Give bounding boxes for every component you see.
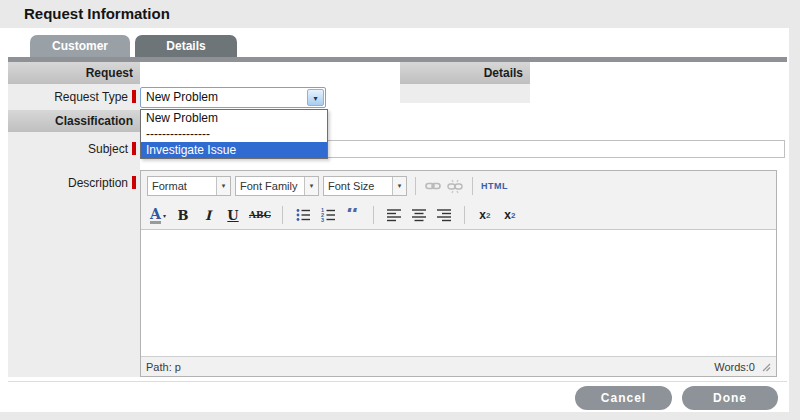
subject-label: Subject xyxy=(8,142,136,156)
window-titlebar: Request Information xyxy=(0,0,800,28)
toolbar-separator xyxy=(415,177,416,195)
required-marker xyxy=(132,90,136,103)
section-header-details: Details xyxy=(400,62,530,84)
description-rich-text-editor: Format ▾ Font Family ▾ Font Size ▾ HTML … xyxy=(140,170,777,377)
bullet-list-icon[interactable] xyxy=(294,206,312,224)
font-family-select[interactable]: Font Family ▾ xyxy=(235,176,319,196)
editor-status-bar: Path: p Words:0 xyxy=(141,356,776,376)
tab-details[interactable]: Details xyxy=(135,35,237,57)
page-title: Request Information xyxy=(24,0,170,28)
editor-toolbar-row1: Format ▾ Font Family ▾ Font Size ▾ HTML xyxy=(141,171,776,201)
toolbar-separator xyxy=(472,177,473,195)
done-button[interactable]: Done xyxy=(682,386,778,410)
remove-link-icon[interactable] xyxy=(446,177,464,195)
align-center-icon[interactable] xyxy=(410,206,428,224)
subscript-button[interactable]: x2 xyxy=(476,206,494,224)
strikethrough-button[interactable]: ABC xyxy=(249,206,271,224)
footer-divider xyxy=(8,381,787,382)
request-type-dropdown-list: New Problem ---------------- Investigate… xyxy=(140,109,328,159)
dropdown-option-highlighted[interactable]: Investigate Issue xyxy=(141,142,327,158)
section-header-request: Request xyxy=(8,62,140,84)
editor-toolbar-row2: A ▾ B I U ABC 123 “ x2 x2 xyxy=(141,201,776,229)
request-type-select[interactable]: New Problem ▾ xyxy=(140,87,326,108)
required-marker xyxy=(132,176,136,189)
insert-link-icon[interactable] xyxy=(424,177,442,195)
chevron-down-icon: ▾ xyxy=(304,177,318,195)
description-text-area[interactable] xyxy=(141,229,776,356)
dropdown-option[interactable]: New Problem xyxy=(141,110,327,126)
word-count: Words:0 xyxy=(714,361,755,373)
align-right-icon[interactable] xyxy=(435,206,453,224)
chevron-down-icon: ▾ xyxy=(308,90,323,107)
format-select[interactable]: Format ▾ xyxy=(147,176,231,196)
resize-grip-icon[interactable] xyxy=(760,361,771,372)
dropdown-option-separator[interactable]: ---------------- xyxy=(141,126,327,142)
toolbar-separator xyxy=(282,206,283,224)
underline-button[interactable]: U xyxy=(224,206,242,224)
request-type-selected-value: New Problem xyxy=(146,88,218,107)
request-type-select-arrow[interactable]: ▾ xyxy=(307,89,324,106)
chevron-down-icon: ▾ xyxy=(216,177,230,195)
chevron-down-icon: ▾ xyxy=(392,177,406,195)
toolbar-separator xyxy=(464,206,465,224)
numbered-list-icon[interactable]: 123 xyxy=(319,206,337,224)
description-label: Description xyxy=(8,176,136,190)
bold-button[interactable]: B xyxy=(174,206,192,224)
chevron-down-icon: ▾ xyxy=(163,212,166,219)
right-margin xyxy=(789,28,800,420)
section-header-classification: Classification xyxy=(8,110,140,132)
tab-customer[interactable]: Customer xyxy=(30,35,130,57)
svg-text:3: 3 xyxy=(321,217,324,223)
required-marker xyxy=(132,142,136,155)
toolbar-separator xyxy=(373,206,374,224)
blockquote-icon[interactable]: “ xyxy=(344,208,362,222)
bottom-margin xyxy=(0,412,800,420)
editor-path: Path: p xyxy=(146,361,181,373)
superscript-button[interactable]: x2 xyxy=(501,206,519,224)
html-source-button[interactable]: HTML xyxy=(481,177,508,195)
request-type-label: Request Type xyxy=(8,90,136,104)
italic-button[interactable]: I xyxy=(199,206,217,224)
font-color-button[interactable]: A ▾ xyxy=(149,206,167,224)
details-empty-row xyxy=(400,84,530,103)
font-size-select[interactable]: Font Size ▾ xyxy=(323,176,407,196)
align-left-icon[interactable] xyxy=(385,206,403,224)
cancel-button[interactable]: Cancel xyxy=(575,386,672,410)
